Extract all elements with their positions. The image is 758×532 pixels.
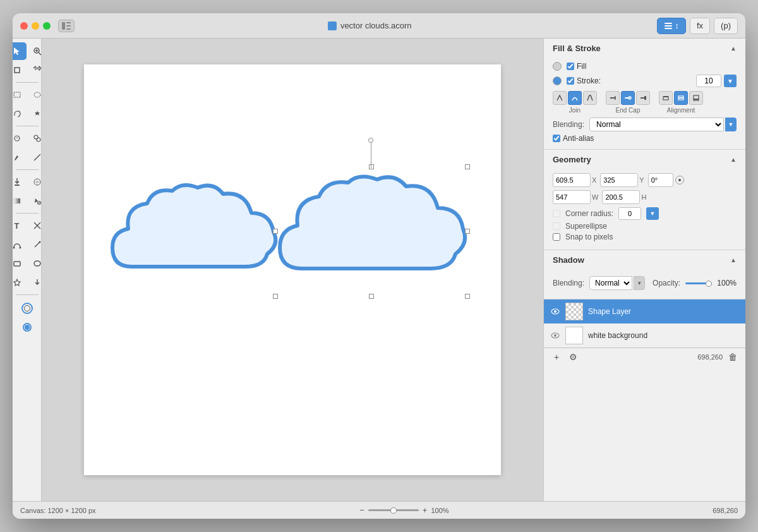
traffic-lights: [20, 22, 51, 30]
layer-settings-btn[interactable]: ⚙: [567, 351, 579, 363]
end-cap-buttons: [606, 91, 650, 105]
layer-visibility-shape[interactable]: [550, 306, 560, 317]
shadow-blending-select[interactable]: Normal: [589, 276, 632, 290]
selection-handle-top[interactable]: [369, 164, 374, 169]
shadow-blending-arrow[interactable]: ▾: [634, 276, 645, 290]
color-mode-tool[interactable]: [18, 299, 37, 317]
superellipse-label: Superellipse: [565, 222, 607, 231]
selection-handle-mid-left[interactable]: [273, 229, 278, 234]
properties-panel-button[interactable]: ↕: [657, 18, 686, 34]
end-cap-square-btn[interactable]: [636, 91, 650, 105]
align-outside-btn[interactable]: [689, 91, 703, 105]
fill-color-circle[interactable]: [553, 62, 562, 71]
geo-rotation-field: [648, 173, 684, 187]
text-tool[interactable]: T: [13, 217, 27, 234]
geo-y-field: Y: [600, 173, 644, 187]
stroke-checkbox-label[interactable]: Stroke:: [567, 76, 601, 85]
rotation-dot[interactable]: [675, 176, 684, 184]
rotation-handle[interactable]: [368, 138, 373, 143]
superellipse-checkbox[interactable]: [553, 222, 560, 230]
layer-item-background[interactable]: white background: [544, 323, 745, 348]
fill-checkbox[interactable]: [567, 63, 574, 70]
align-inside-btn[interactable]: [659, 91, 673, 105]
shadow-header[interactable]: Shadow ▲: [544, 250, 745, 270]
sidebar-toggle-button[interactable]: [58, 20, 75, 32]
fill-stroke-section: Fill & Stroke ▲ Fill: [544, 39, 745, 150]
corner-radius-checkbox[interactable]: [553, 210, 560, 217]
active-shape-tool[interactable]: [18, 318, 37, 336]
stroke-checkbox[interactable]: [567, 77, 574, 85]
bezier-tool[interactable]: [13, 236, 27, 253]
add-layer-btn[interactable]: +: [550, 351, 563, 363]
fx-panel-button[interactable]: fx: [690, 18, 710, 34]
paint-tool[interactable]: [13, 148, 27, 166]
selection-handle-bot-right[interactable]: [465, 294, 470, 299]
maximize-button[interactable]: [43, 22, 51, 30]
stroke-value-row: ▼: [696, 75, 737, 87]
crop-tool[interactable]: [13, 61, 27, 79]
blending-select[interactable]: Normal: [589, 118, 724, 131]
zoom-slider[interactable]: [368, 509, 419, 511]
shadow-opacity-slider[interactable]: [685, 282, 712, 284]
layer-visibility-background[interactable]: [550, 330, 560, 341]
geo-x-input[interactable]: [553, 173, 591, 187]
minimize-button[interactable]: [32, 22, 39, 30]
join-round-btn[interactable]: [568, 91, 582, 105]
selection-handle-bot-center[interactable]: [369, 294, 374, 299]
corner-radius-dropdown[interactable]: ▼: [646, 207, 659, 220]
close-button[interactable]: [20, 22, 28, 30]
antialias-checkbox[interactable]: [553, 135, 560, 142]
layer-thumb-background: [565, 327, 583, 344]
snap-checkbox[interactable]: [553, 233, 560, 241]
cloud-shape-1[interactable]: [106, 178, 283, 292]
zoom-minus-btn[interactable]: −: [359, 505, 364, 515]
fx-btn-label: fx: [697, 21, 703, 30]
geo-y-input[interactable]: [600, 173, 638, 187]
stroke-dropdown-btn[interactable]: ▼: [724, 75, 737, 87]
cloud-shape-2[interactable]: [274, 169, 469, 295]
gradient-tool[interactable]: [13, 192, 27, 210]
geo-x-field: X: [553, 173, 596, 187]
geometry-content: X Y: [544, 169, 745, 250]
geo-w-input[interactable]: [553, 190, 591, 204]
selection-handle-bot-left[interactable]: [273, 294, 278, 299]
select-tool[interactable]: [13, 42, 27, 60]
script-panel-button[interactable]: (p): [714, 18, 738, 34]
delete-layer-btn[interactable]: 🗑: [726, 351, 739, 363]
alignment-group: Alignment: [659, 91, 703, 114]
lasso-tool[interactable]: [13, 105, 27, 123]
geo-w-field: W: [553, 190, 598, 204]
svg-line-9: [39, 52, 41, 55]
geo-rotation-input[interactable]: [648, 173, 673, 187]
rect-shape-tool[interactable]: [13, 255, 27, 272]
zoom-label: 100%: [431, 507, 448, 514]
fill-stroke-header[interactable]: Fill & Stroke ▲: [544, 39, 745, 58]
layer-coordinates: 698,260: [697, 353, 723, 361]
stamp-tool[interactable]: [13, 173, 27, 191]
corner-radius-input[interactable]: [618, 207, 641, 220]
end-cap-round-btn[interactable]: [621, 91, 635, 105]
fill-stroke-title: Fill & Stroke: [553, 44, 601, 53]
svg-point-26: [19, 247, 21, 249]
foreground-color[interactable]: [13, 318, 16, 336]
dodge-burn-tool[interactable]: [13, 130, 27, 147]
selection-handle-mid-right[interactable]: [465, 229, 470, 234]
rect-select-tool[interactable]: [13, 86, 27, 104]
align-center-btn[interactable]: [674, 91, 688, 105]
geo-h-input[interactable]: [602, 190, 640, 204]
zoom-plus-btn[interactable]: +: [423, 505, 428, 515]
blending-dropdown-arrow[interactable]: ▼: [725, 118, 737, 131]
stroke-color-circle[interactable]: [553, 76, 562, 85]
join-bevel-btn[interactable]: [583, 91, 597, 105]
geometry-header[interactable]: Geometry ▲: [544, 150, 745, 169]
star-tool[interactable]: [13, 274, 27, 291]
layer-item-shape[interactable]: Shape Layer: [544, 299, 745, 323]
end-cap-butt-btn[interactable]: [606, 91, 620, 105]
canvas-area[interactable]: [42, 39, 543, 501]
selection-handle-top-right[interactable]: [465, 164, 470, 169]
shadow-opacity-thumb[interactable]: [706, 281, 712, 287]
svg-rect-19: [15, 184, 20, 186]
fill-checkbox-label[interactable]: Fill: [567, 62, 586, 71]
stroke-value-input[interactable]: [696, 75, 721, 87]
join-miter-btn[interactable]: [553, 91, 567, 105]
